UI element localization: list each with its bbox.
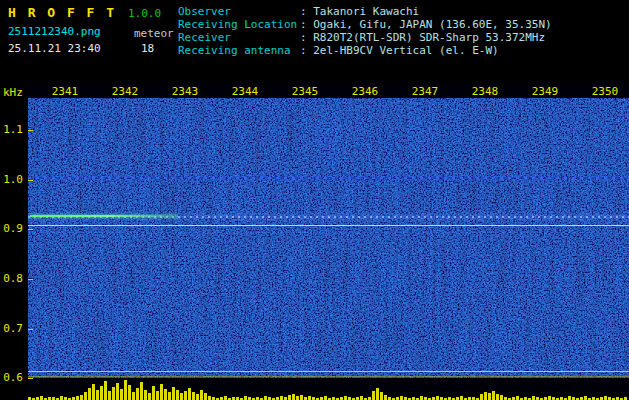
app-title: H R O F F T [8,5,116,20]
info-value: : Takanori Kawachi [300,5,419,18]
reference-line-0-9khz [28,225,629,226]
time-tick-label: 2347 [405,85,445,98]
info-value: : Ogaki, Gifu, JAPAN (136.60E, 35.35N) [300,18,552,31]
spectrogram-noise [28,98,629,378]
noise-streak-layer [28,98,629,378]
spectrogram: 2341 2342 2343 2344 2345 2346 2347 2348 … [28,84,629,400]
echo-count-label: 18 [141,42,154,55]
freq-tick-label: 0.9 [3,223,23,235]
freq-tick-label: 1.0 [3,174,23,186]
meteor-echo-trace [30,215,178,217]
mode-label: meteor [134,27,174,40]
datetime-label: 25.11.21 23:40 [8,42,101,55]
info-row-observer: Observer: Takanori Kawachi [178,5,552,18]
station-info: Observer: Takanori Kawachi Receiving Loc… [178,5,552,57]
info-row-receiver: Receiver: R820T2(RTL-SDR) SDR-Sharp 53.3… [178,31,552,44]
time-tick-label: 2348 [465,85,505,98]
time-tick-label: 2342 [105,85,145,98]
signal-baseline [28,376,629,377]
lower-reference-line [28,371,629,372]
time-tick-label: 2349 [525,85,565,98]
filename-label: 2511212340.png [8,25,101,38]
info-row-antenna: Receiving antenna: 2el-HB9CV Vertical (e… [178,44,552,57]
info-value: : R820T2(RTL-SDR) SDR-Sharp 53.372MHz [300,31,545,44]
time-tick-label: 2350 [585,85,625,98]
frequency-unit-label: kHz [3,86,23,99]
info-label: Observer [178,5,300,18]
gridline-1-1khz [28,128,629,129]
freq-tick-label: 1.1 [3,124,23,136]
info-label: Receiving Location [178,18,300,31]
freq-tick-label: 0.7 [3,323,23,335]
info-label: Receiver [178,31,300,44]
info-label: Receiving antenna [178,44,300,57]
freq-tick [28,279,33,280]
hrofft-screen: H R O F F T 1.0.0 2511212340.png meteor … [0,0,629,400]
freq-tick [28,229,33,230]
time-tick-label: 2343 [165,85,205,98]
minor-line-0-89khz [28,232,629,233]
info-row-location: Receiving Location: Ogaki, Gifu, JAPAN (… [178,18,552,31]
carrier-line-1-0khz [28,177,629,179]
freq-tick [28,329,33,330]
freq-tick [28,180,33,181]
spectrogram-panel: 2341 2342 2343 2344 2345 2346 2347 2348 … [0,84,629,400]
time-tick-label: 2341 [45,85,85,98]
frequency-axis: kHz 1.1 1.0 0.9 0.8 0.7 0.6 [0,84,28,400]
freq-tick-label: 0.6 [3,372,23,384]
info-value: : 2el-HB9CV Vertical (el. E-W) [300,44,499,57]
freq-tick-label: 0.8 [3,273,23,285]
freq-tick [28,130,33,131]
time-tick-label: 2345 [285,85,325,98]
time-tick-label: 2344 [225,85,265,98]
signal-level-bars [28,378,629,400]
app-version: 1.0.0 [128,7,161,20]
time-tick-label: 2346 [345,85,385,98]
